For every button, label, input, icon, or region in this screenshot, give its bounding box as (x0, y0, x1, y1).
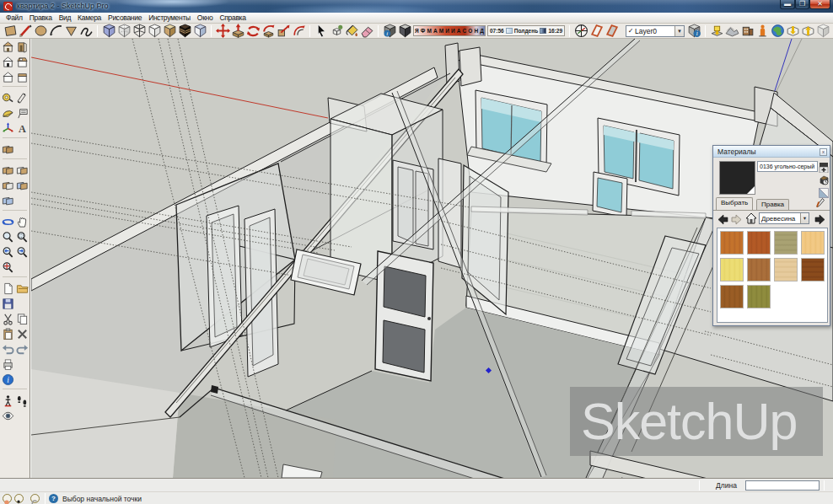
back-arrow-icon[interactable] (717, 213, 728, 228)
shadow-dialog-icon[interactable]: i (382, 24, 397, 38)
pushpull-tool-icon[interactable] (230, 24, 245, 38)
axes-color-icon[interactable] (1, 121, 15, 136)
swatch-parquet-light[interactable] (774, 258, 798, 281)
copy-tool-icon[interactable] (15, 311, 30, 326)
arc-tool-icon[interactable] (48, 24, 63, 38)
menu-item-2[interactable]: Правка (26, 13, 56, 22)
followme-tool-icon[interactable] (261, 24, 276, 38)
materials-close-icon[interactable]: x (820, 148, 827, 156)
circle-tool-icon[interactable] (33, 24, 48, 38)
paste-tool-icon[interactable] (1, 326, 15, 341)
view-back-icon[interactable] (15, 69, 30, 84)
google-earth-icon[interactable] (770, 24, 785, 38)
textured-cube-icon[interactable] (177, 24, 192, 38)
new-file-icon[interactable] (1, 281, 15, 296)
save-file-icon[interactable] (1, 296, 15, 311)
shaded-cube-icon[interactable] (162, 24, 177, 38)
tab-edit[interactable]: Правка (756, 199, 789, 210)
menu-item-3[interactable]: Вид (56, 13, 74, 22)
tab-select[interactable]: Выбрать (716, 197, 753, 210)
tape-measure-icon[interactable] (1, 90, 15, 105)
solid-union-icon[interactable] (1, 163, 15, 178)
move-tool-icon[interactable] (215, 24, 230, 38)
get-models-icon[interactable] (785, 24, 800, 38)
open-folder-icon[interactable] (15, 281, 30, 296)
shadow-time-slider[interactable]: 07:56Полдень16:29 (487, 25, 565, 36)
help-icon[interactable]: ? (49, 494, 58, 503)
line-tool-icon[interactable] (18, 24, 33, 38)
home-icon[interactable] (745, 212, 757, 228)
paint-cube-icon[interactable] (819, 174, 829, 184)
swatch-wood-olive-gray[interactable] (774, 231, 798, 255)
sign-in-icon[interactable] (30, 494, 40, 503)
measurement-input[interactable] (745, 480, 820, 491)
zoom-tool-icon[interactable] (1, 229, 15, 244)
solid-subtract-icon[interactable] (15, 163, 30, 178)
print-tool-icon[interactable] (1, 357, 15, 372)
swatch-wood-orange[interactable] (720, 231, 744, 255)
eraser-tool-icon[interactable] (359, 24, 374, 38)
component-tool-icon[interactable] (329, 24, 344, 38)
share-model-icon[interactable] (800, 24, 815, 38)
view-front-icon[interactable] (1, 54, 15, 69)
solid-trim-icon[interactable] (1, 178, 15, 193)
maximize-button[interactable]: ❐ (795, 0, 809, 9)
model-person-icon[interactable] (755, 24, 770, 38)
paint-tool-icon[interactable] (344, 24, 359, 38)
erase-x-icon[interactable] (15, 326, 30, 341)
wireframe-cube-icon[interactable] (132, 24, 147, 38)
material-name-field[interactable]: 0136 угольно-серый (757, 161, 818, 172)
swatch-wood-terracotta[interactable] (747, 231, 771, 255)
freehand-tool-icon[interactable] (78, 24, 94, 38)
swatch-wood-pale-yellow[interactable] (720, 258, 744, 281)
warehouse-box-icon[interactable] (815, 24, 830, 38)
shadow-date-slider[interactable]: ЯФМАМИИАСОНД (413, 25, 486, 36)
menu-item-5[interactable]: Рисование (105, 13, 145, 22)
menu-item-1[interactable]: Файл (3, 13, 26, 22)
geo-location-icon[interactable] (3, 494, 12, 503)
claim-credit-icon[interactable] (14, 494, 24, 503)
rotate-tool-icon[interactable] (245, 24, 261, 38)
look-around-icon[interactable] (1, 408, 15, 423)
minimize-button[interactable]: ▬ (780, 0, 795, 9)
solid-intersect-icon[interactable] (15, 178, 30, 193)
scale-tool-icon[interactable] (276, 24, 291, 38)
text-3d-icon[interactable]: A (15, 121, 30, 136)
close-button[interactable]: ✕ (809, 0, 830, 9)
axes-tool-icon[interactable] (573, 24, 588, 38)
swatch-planks-dark[interactable] (801, 258, 825, 281)
default-material-icon[interactable] (819, 186, 829, 196)
model-info-icon[interactable]: i (1, 372, 15, 387)
rect-tool-icon[interactable] (3, 24, 18, 38)
swatch-wood-medium-brown[interactable] (747, 258, 771, 281)
section-fill-icon[interactable] (604, 24, 619, 38)
monochrome-cube-icon[interactable] (192, 24, 207, 38)
redo-arrow-icon[interactable] (15, 341, 30, 357)
eyedropper-icon[interactable] (814, 197, 825, 213)
zoom-extents-icon[interactable] (1, 260, 15, 275)
toggle-terrain-icon[interactable] (724, 24, 739, 38)
material-category-dropdown[interactable]: Древесина ▼ (759, 212, 809, 224)
forward-arrow-icon[interactable] (731, 213, 742, 228)
swatch-wood-olive-green[interactable] (747, 285, 771, 308)
menu-item-6[interactable]: Инструменты (145, 13, 194, 22)
text-label-icon[interactable] (15, 105, 30, 121)
swatch-wood-brown[interactable] (720, 285, 744, 308)
view-top-icon[interactable] (15, 54, 30, 69)
view-right-icon[interactable] (15, 39, 30, 54)
menu-item-4[interactable]: Камера (74, 13, 105, 22)
group-make-icon[interactable] (1, 142, 15, 157)
zoom-prev-icon[interactable] (1, 244, 15, 260)
walk-tool-icon[interactable] (15, 393, 30, 408)
offset-tool-icon[interactable] (291, 24, 306, 38)
solid-split-icon[interactable] (1, 193, 15, 208)
layer-dropdown[interactable]: ✓Layer0▼ (626, 25, 685, 37)
orbit-tool-icon[interactable] (1, 214, 15, 229)
swatch-cork-speckled[interactable] (801, 231, 825, 255)
shadow-toggle-icon[interactable] (397, 24, 412, 38)
select-tool-icon[interactable] (314, 24, 329, 38)
section-plane-icon[interactable] (588, 24, 604, 38)
position-camera-icon[interactable] (1, 393, 15, 408)
xray-cube-icon[interactable] (101, 24, 116, 38)
backedge-cube-icon[interactable] (116, 24, 132, 38)
